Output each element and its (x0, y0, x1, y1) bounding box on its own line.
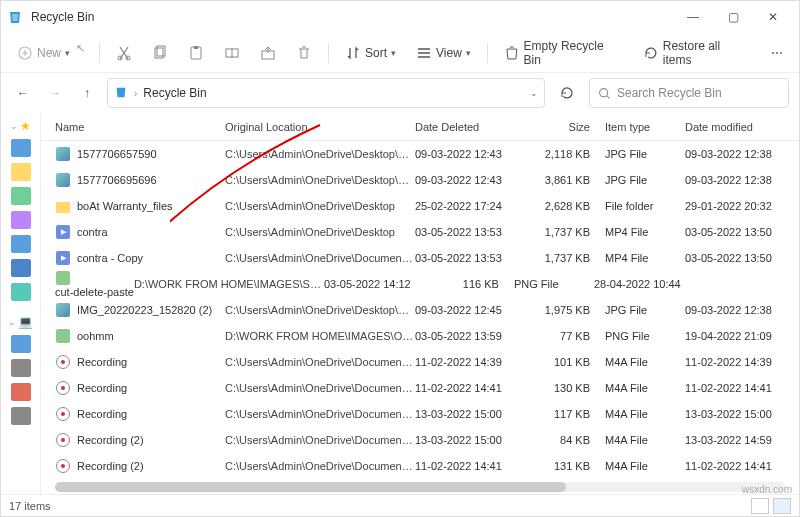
date-modified: 11-02-2022 14:41 (685, 460, 799, 472)
date-deleted: 11-02-2022 14:39 (415, 356, 535, 368)
titlebar: Recycle Bin ― ▢ ✕ (1, 1, 799, 33)
back-button[interactable]: ← (11, 81, 35, 105)
share-icon[interactable] (254, 41, 282, 65)
address-dropdown-icon[interactable]: ⌄ (530, 88, 538, 98)
file-row[interactable]: contra - CopyC:\Users\Admin\OneDrive\Doc… (41, 245, 799, 271)
file-size: 1,737 KB (535, 252, 605, 264)
date-modified: 11-02-2022 14:41 (685, 382, 799, 394)
date-modified: 09-03-2022 12:38 (685, 304, 799, 316)
rename-icon[interactable] (218, 41, 246, 65)
file-icon (55, 406, 71, 422)
file-size: 101 KB (535, 356, 605, 368)
file-row[interactable]: oohmmD:\WORK FROM HOME\IMAGES\O&O D...03… (41, 323, 799, 349)
file-row[interactable]: Recording (2)C:\Users\Admin\OneDrive\Doc… (41, 453, 799, 479)
search-input[interactable]: Search Recycle Bin (589, 78, 789, 108)
date-modified: 13-03-2022 15:00 (685, 408, 799, 420)
maximize-button[interactable]: ▢ (713, 3, 753, 31)
details-view-button[interactable] (751, 498, 769, 514)
item-type: MP4 File (605, 252, 685, 264)
date-modified: 03-05-2022 13:50 (685, 226, 799, 238)
item-type: M4A File (605, 408, 685, 420)
watermark: wsxdn.com (742, 484, 792, 495)
original-location: C:\Users\Admin\OneDrive\Documents\S... (225, 460, 415, 472)
file-name: 1577706695696 (77, 174, 225, 186)
file-icon (55, 458, 71, 474)
file-size: 84 KB (535, 434, 605, 446)
file-row[interactable]: 1577706657590C:\Users\Admin\OneDrive\Des… (41, 141, 799, 167)
delete-icon[interactable] (290, 41, 318, 65)
original-location: C:\Users\Admin\OneDrive\Desktop\Shiva... (225, 174, 415, 186)
minimize-button[interactable]: ― (673, 3, 713, 31)
recycle-bin-icon (7, 9, 23, 25)
original-location: C:\Users\Admin\OneDrive\Documents\T... (225, 252, 415, 264)
file-size: 117 KB (535, 408, 605, 420)
item-type: PNG File (605, 330, 685, 342)
nav-pane[interactable]: ⌄★ ⌄💻 (1, 113, 41, 494)
restore-all-button[interactable]: Restore all items (637, 35, 757, 71)
item-type: M4A File (605, 382, 685, 394)
file-icon (55, 302, 71, 318)
copy-icon[interactable] (146, 41, 174, 65)
file-row[interactable]: boAt Warranty_filesC:\Users\Admin\OneDri… (41, 193, 799, 219)
file-size: 2,118 KB (535, 148, 605, 160)
sort-button[interactable]: Sort▾ (339, 41, 402, 65)
empty-recycle-bin-button[interactable]: Empty Recycle Bin (498, 35, 629, 71)
file-row[interactable]: RecordingC:\Users\Admin\OneDrive\Documen… (41, 349, 799, 375)
horizontal-scrollbar[interactable] (55, 482, 785, 492)
close-button[interactable]: ✕ (753, 3, 793, 31)
file-size: 2,628 KB (535, 200, 605, 212)
date-deleted: 11-02-2022 14:41 (415, 382, 535, 394)
date-deleted: 03-05-2022 13:59 (415, 330, 535, 342)
cut-icon[interactable] (110, 41, 138, 65)
refresh-button[interactable] (553, 79, 581, 107)
file-row[interactable]: RecordingC:\Users\Admin\OneDrive\Documen… (41, 375, 799, 401)
new-button[interactable]: New▾ ↖ (11, 41, 89, 65)
window-title: Recycle Bin (31, 10, 94, 24)
file-list: Name Original Location Date Deleted Size… (41, 113, 799, 494)
item-type: MP4 File (605, 226, 685, 238)
column-headers[interactable]: Name Original Location Date Deleted Size… (41, 113, 799, 141)
view-button[interactable]: View▾ (410, 41, 477, 65)
file-row[interactable]: 1577706695696C:\Users\Admin\OneDrive\Des… (41, 167, 799, 193)
file-row[interactable]: contraC:\Users\Admin\OneDrive\Desktop03-… (41, 219, 799, 245)
file-size: 77 KB (535, 330, 605, 342)
file-name: Recording (2) (77, 460, 225, 472)
date-deleted: 09-03-2022 12:43 (415, 174, 535, 186)
thumbnails-view-button[interactable] (773, 498, 791, 514)
file-row[interactable]: Recording (2)C:\Users\Admin\OneDrive\Doc… (41, 427, 799, 453)
forward-button[interactable]: → (43, 81, 67, 105)
col-date-modified[interactable]: Date modified (685, 121, 799, 133)
item-type: M4A File (605, 460, 685, 472)
more-button[interactable]: ⋯ (765, 42, 789, 64)
file-name: cut-delete-paste (55, 286, 134, 298)
paste-icon[interactable] (182, 41, 210, 65)
file-size: 131 KB (535, 460, 605, 472)
file-icon (55, 250, 71, 266)
file-icon (55, 432, 71, 448)
file-row[interactable]: cut-delete-pasteD:\WORK FROM HOME\IMAGES… (41, 271, 799, 297)
item-type: JPG File (605, 304, 685, 316)
breadcrumb-location[interactable]: Recycle Bin (143, 86, 206, 100)
svg-rect-6 (194, 46, 198, 49)
file-icon (55, 146, 71, 162)
file-name: Recording (2) (77, 434, 225, 446)
col-size[interactable]: Size (535, 121, 605, 133)
file-row[interactable]: RecordingC:\Users\Admin\OneDrive\Documen… (41, 401, 799, 427)
col-name[interactable]: Name (55, 121, 225, 133)
date-modified: 29-01-2022 20:32 (685, 200, 799, 212)
file-size: 130 KB (535, 382, 605, 394)
original-location: C:\Users\Admin\OneDrive\Desktop (225, 200, 415, 212)
date-deleted: 09-03-2022 12:43 (415, 148, 535, 160)
up-button[interactable]: ↑ (75, 81, 99, 105)
col-item-type[interactable]: Item type (605, 121, 685, 133)
col-date-deleted[interactable]: Date Deleted (415, 121, 535, 133)
file-size: 1,737 KB (535, 226, 605, 238)
address-bar[interactable]: › Recycle Bin ⌄ (107, 78, 545, 108)
file-row[interactable]: IMG_20220223_152820 (2)C:\Users\Admin\On… (41, 297, 799, 323)
file-icon (55, 354, 71, 370)
col-original-location[interactable]: Original Location (225, 121, 415, 133)
search-icon (598, 87, 611, 100)
file-icon (55, 224, 71, 240)
original-location: C:\Users\Admin\OneDrive\Documents\S... (225, 408, 415, 420)
date-deleted: 13-03-2022 15:00 (415, 434, 535, 446)
